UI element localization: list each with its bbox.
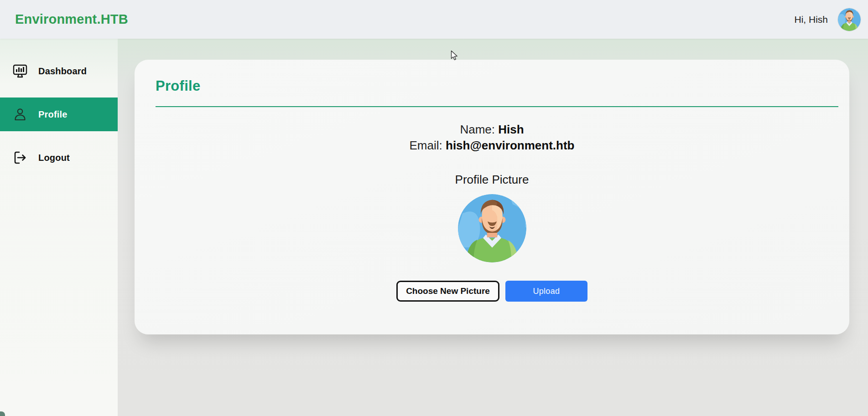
sidebar-item-label: Logout [38, 153, 70, 163]
sidebar-item-profile[interactable]: Profile [0, 98, 118, 131]
navbar: Environment.HTB Hi, Hish [0, 0, 868, 39]
sidebar-item-dashboard[interactable]: Dashboard [0, 54, 118, 88]
sidebar-item-logout[interactable]: Logout [0, 141, 118, 175]
name-line: Name: Hish [156, 122, 828, 138]
profile-info: Name: Hish Email: hish@environment.htb P… [156, 122, 828, 302]
dashboard-monitor-chart-icon [12, 63, 28, 79]
name-label: Name: [460, 123, 495, 136]
user-greeting: Hi, Hish [794, 14, 828, 25]
sidebar-item-label: Profile [38, 109, 68, 120]
main-content: Profile Name: Hish Email: hish@environme… [118, 39, 868, 416]
sidebar: Dashboard Profile Logout [0, 39, 118, 416]
logout-arrow-icon [12, 150, 28, 165]
profile-picture-image [458, 194, 526, 262]
email-value: hish@environment.htb [446, 139, 574, 152]
page-title: Profile [156, 78, 828, 94]
email-label: Email: [410, 139, 442, 152]
title-divider [156, 106, 838, 107]
upload-button[interactable]: Upload [505, 281, 587, 302]
profile-picture-label: Profile Picture [156, 173, 828, 187]
sidebar-item-label: Dashboard [38, 66, 87, 77]
user-person-icon [12, 107, 28, 122]
page-body: Dashboard Profile Logout [0, 39, 868, 416]
picture-actions: Choose New Picture Upload [156, 281, 828, 302]
choose-new-picture-button[interactable]: Choose New Picture [396, 281, 499, 302]
profile-card: Profile Name: Hish Email: hish@environme… [135, 60, 849, 334]
brand-logo[interactable]: Environment.HTB [15, 12, 128, 27]
name-value: Hish [498, 123, 524, 136]
email-line: Email: hish@environment.htb [156, 138, 828, 154]
navbar-right: Hi, Hish [794, 8, 861, 31]
navbar-avatar-icon[interactable] [838, 8, 861, 31]
